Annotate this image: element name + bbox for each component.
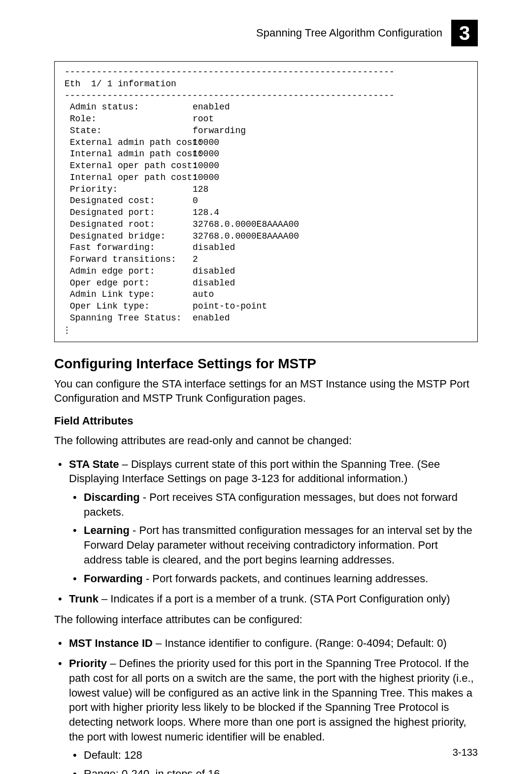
code-row: Internal admin path cost:10000	[65, 149, 219, 159]
forwarding-item: Forwarding - Port forwards packets, and …	[69, 571, 478, 586]
priority-range: Range: 0-240, in steps of 16	[69, 767, 478, 774]
code-row: Forward transitions:2	[65, 254, 198, 264]
readonly-intro: The following attributes are read-only a…	[54, 433, 478, 448]
page-number: 3-133	[453, 747, 478, 758]
sta-state-sublist: Discarding - Port receives STA configura…	[69, 490, 478, 586]
code-row: Admin status:enabled	[65, 102, 230, 112]
code-row: Designated port:128.4	[65, 208, 219, 217]
code-row: Fast forwarding:disabled	[65, 243, 235, 252]
intro-paragraph: You can configure the STA interface sett…	[54, 377, 478, 406]
header-title: Spanning Tree Algorithm Configuration	[256, 27, 442, 39]
priority-default: Default: 128	[69, 748, 478, 763]
code-row: Role:root	[65, 114, 214, 124]
code-row: External admin path cost:10000	[65, 138, 219, 147]
code-row: Spanning Tree Status:enabled	[65, 313, 230, 323]
code-row: Oper Link type:point-to-point	[65, 301, 267, 311]
code-row: External oper path cost:10000	[65, 161, 219, 171]
priority-sublist: Default: 128 Range: 0-240, in steps of 1…	[69, 748, 478, 774]
code-row: State:forwarding	[65, 126, 246, 136]
code-row: Admin edge port:disabled	[65, 266, 235, 276]
vertical-ellipsis: ...	[65, 324, 467, 334]
section-heading: Configuring Interface Settings for MSTP	[54, 356, 478, 372]
divider-line: ----------------------------------------…	[65, 67, 395, 77]
mst-instance-id-item: MST Instance ID – Instance identifier to…	[54, 636, 478, 651]
interface-title: Eth 1/ 1 information	[65, 79, 176, 89]
priority-item: Priority – Defines the priority used for…	[54, 656, 478, 774]
code-row: Designated bridge:32768.0.0000E8AAAA00	[65, 231, 299, 241]
discarding-item: Discarding - Port receives STA configura…	[69, 490, 478, 519]
field-attributes-heading: Field Attributes	[54, 415, 478, 427]
code-row: Internal oper path cost:10000	[65, 173, 219, 182]
sta-state-item: STA State – Displays current state of th…	[54, 457, 478, 586]
divider-line: ----------------------------------------…	[65, 91, 395, 101]
chapter-number-box: 3	[451, 20, 478, 46]
configurable-attributes-list: MST Instance ID – Instance identifier to…	[54, 636, 478, 774]
code-output-box: ----------------------------------------…	[54, 61, 478, 342]
config-intro: The following interface attributes can b…	[54, 612, 478, 627]
trunk-item: Trunk – Indicates if a port is a member …	[54, 592, 478, 606]
page-header: Spanning Tree Algorithm Configuration 3	[54, 20, 478, 46]
learning-item: Learning - Port has transmitted configur…	[69, 523, 478, 567]
code-row: Oper edge port:disabled	[65, 278, 235, 288]
code-row: Admin Link type:auto	[65, 289, 214, 299]
code-row: Designated cost:0	[65, 196, 198, 206]
code-row: Designated root:32768.0.0000E8AAAA00	[65, 219, 299, 229]
code-row: Priority:128	[65, 184, 208, 194]
readonly-attributes-list: STA State – Displays current state of th…	[54, 457, 478, 606]
